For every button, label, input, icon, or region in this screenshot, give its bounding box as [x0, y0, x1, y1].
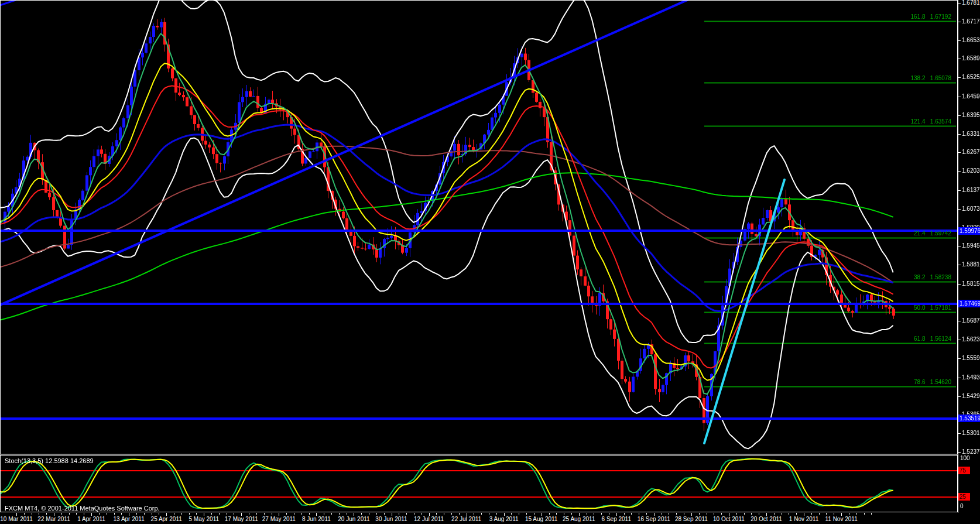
price-axis-label: 1.53010	[959, 430, 980, 436]
date-axis-tick	[841, 513, 842, 516]
date-axis-tick	[91, 513, 92, 516]
date-axis-tick	[241, 513, 242, 516]
price-axis-label: 1.58150	[959, 281, 980, 287]
date-axis-minor-tick	[594, 513, 594, 515]
date-axis-label: 13 Apr 2011	[114, 516, 145, 522]
price-axis-label: 1.66530	[959, 37, 980, 43]
date-axis-minor-tick	[819, 513, 820, 515]
date-axis-tick	[429, 513, 430, 516]
date-axis-minor-tick	[189, 513, 190, 515]
date-axis-minor-tick	[264, 513, 265, 515]
date-axis-minor-tick	[211, 513, 212, 515]
mt4-chart-window: Stoch(13,3,5) 12.5988 14.2689 FXCM MT4, …	[0, 0, 980, 524]
date-axis-minor-tick	[46, 513, 47, 515]
date-axis-label: 30 Jun 2011	[375, 516, 407, 522]
date-axis-minor-tick	[631, 513, 632, 515]
date-axis-minor-tick	[601, 513, 602, 515]
date-axis-minor-tick	[24, 513, 25, 515]
date-axis-minor-tick	[751, 513, 752, 515]
price-axis-label: 1.54290	[959, 393, 980, 399]
date-axis-minor-tick	[436, 513, 437, 515]
date-axis-minor-tick	[496, 513, 497, 515]
date-axis-minor-tick	[782, 513, 782, 515]
hline-price-tag: 1.59976	[958, 227, 980, 235]
price-axis-label: 1.63310	[959, 131, 980, 137]
date-axis-minor-tick	[399, 513, 399, 515]
date-axis-minor-tick	[811, 513, 812, 515]
date-axis-minor-tick	[549, 513, 550, 515]
price-axis-label: 1.65250	[959, 74, 980, 80]
date-axis-minor-tick	[646, 513, 647, 515]
date-axis-minor-tick	[114, 513, 115, 515]
date-axis-minor-tick	[234, 513, 234, 515]
stoch-lower-level-tag: 25	[958, 493, 970, 501]
date-axis-minor-tick	[871, 513, 872, 515]
price-axis-label: 1.56870	[959, 318, 980, 324]
date-axis-minor-tick	[121, 513, 122, 515]
date-axis-tick	[54, 513, 54, 516]
date-axis-minor-tick	[526, 513, 527, 515]
main-price-chart[interactable]	[0, 0, 958, 455]
date-axis-minor-tick	[136, 513, 137, 515]
date-axis-minor-tick	[99, 513, 100, 515]
date-axis-minor-tick	[406, 513, 407, 515]
fib-level-label: 138.2 1.65078	[910, 75, 951, 81]
date-axis-tick	[766, 513, 767, 516]
date-axis-tick	[504, 513, 505, 516]
date-axis-label: 3 Aug 2011	[489, 516, 519, 522]
stoch-scale-0: 0	[960, 503, 964, 509]
date-axis-minor-tick	[347, 513, 347, 515]
date-axis-minor-tick	[227, 513, 227, 515]
date-axis-minor-tick	[721, 513, 722, 515]
platform-copyright: FXCM MT4, © 2001-2011 MetaQuotes Softwar…	[5, 505, 160, 512]
date-axis-minor-tick	[564, 513, 564, 515]
date-axis-minor-tick	[196, 513, 197, 515]
date-axis-minor-tick	[826, 513, 827, 515]
stochastic-indicator-panel[interactable]	[0, 455, 958, 512]
date-axis-minor-tick	[144, 513, 145, 515]
fib-level-label: 61.8 1.56124	[914, 335, 951, 342]
date-axis-label: 27 May 2011	[262, 516, 296, 522]
date-axis-tick	[354, 513, 354, 516]
date-axis-minor-tick	[294, 513, 294, 515]
date-axis-label: 22 Mar 2011	[37, 516, 70, 522]
date-axis-minor-tick	[181, 513, 182, 515]
date-axis-minor-tick	[714, 513, 714, 515]
date-axis-minor-tick	[587, 513, 587, 515]
date-axis-minor-tick	[609, 513, 609, 515]
fib-level-label: 21.4 1.59742	[914, 230, 951, 237]
date-axis-minor-tick	[339, 513, 340, 515]
price-axis-label: 1.54930	[959, 375, 980, 381]
date-axis-label: 12 Jul 2011	[414, 516, 444, 522]
fib-level-label: 38.2 1.58238	[914, 274, 951, 280]
date-axis-minor-tick	[69, 513, 70, 515]
price-axis-label: 1.65890	[959, 56, 980, 61]
price-axis-label: 1.62030	[959, 168, 980, 174]
date-axis-minor-tick	[249, 513, 249, 515]
date-axis-minor-tick	[796, 513, 797, 515]
date-axis-minor-tick	[534, 513, 534, 515]
date-axis-minor-tick	[669, 513, 669, 515]
price-axis-label: 1.67170	[959, 19, 980, 25]
date-axis-minor-tick	[84, 513, 84, 515]
date-axis-minor-tick	[369, 513, 369, 515]
date-axis-minor-tick	[639, 513, 639, 515]
price-axis-label: 1.52370	[959, 449, 980, 455]
date-axis-tick	[616, 513, 617, 516]
date-axis-minor-tick	[759, 513, 759, 515]
date-axis-tick	[691, 513, 692, 516]
date-axis-label: 15 Aug 2011	[525, 516, 557, 522]
date-axis-minor-tick	[152, 513, 152, 515]
date-axis-minor-tick	[76, 513, 77, 515]
date-axis-minor-tick	[834, 513, 834, 515]
fib-level-label: 161.8 1.67192	[910, 13, 951, 20]
date-axis-tick	[166, 513, 167, 516]
date-axis-label: 16 Sep 2011	[638, 516, 670, 522]
date-axis-tick	[316, 513, 317, 516]
date-axis-label: 8 Jun 2011	[302, 516, 331, 522]
price-axis-label: 1.61370	[959, 187, 980, 193]
date-axis-tick	[654, 513, 655, 516]
price-axis-label: 1.55590	[959, 355, 980, 361]
date-axis-minor-tick	[32, 513, 32, 515]
date-axis-tick	[542, 513, 542, 516]
